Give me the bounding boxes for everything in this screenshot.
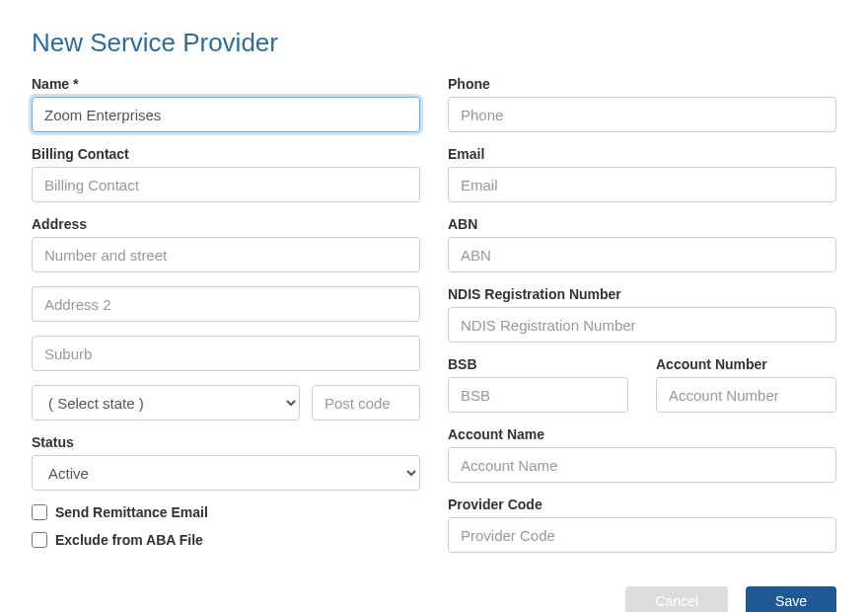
address-label: Address [32, 216, 420, 232]
provider-code-field[interactable] [448, 517, 836, 553]
save-button[interactable]: Save [746, 586, 836, 612]
address-line2-field[interactable] [32, 286, 420, 322]
page-title: New Service Provider [32, 28, 836, 58]
form-columns: Name * Billing Contact Address ( Select … [32, 76, 836, 612]
email-label: Email [448, 146, 836, 162]
form-footer: Cancel Save [448, 586, 836, 612]
postcode-field[interactable] [312, 385, 420, 421]
ndis-label: NDIS Registration Number [448, 286, 836, 302]
account-number-field[interactable] [656, 377, 836, 413]
left-column: Name * Billing Contact Address ( Select … [32, 76, 420, 612]
phone-field[interactable] [448, 97, 836, 132]
account-name-label: Account Name [448, 426, 836, 442]
billing-contact-field[interactable] [32, 167, 420, 202]
status-label: Status [32, 434, 420, 450]
send-remittance-label: Send Remittance Email [55, 504, 208, 520]
ndis-field[interactable] [448, 307, 836, 343]
provider-code-label: Provider Code [448, 497, 836, 512]
cancel-button[interactable]: Cancel [625, 586, 728, 612]
billing-contact-label: Billing Contact [32, 146, 420, 162]
address-line1-field[interactable] [32, 237, 420, 272]
email-field[interactable] [448, 167, 836, 202]
right-column: Phone Email ABN NDIS Registration Number… [448, 76, 836, 612]
exclude-aba-checkbox[interactable] [32, 532, 47, 548]
exclude-aba-label: Exclude from ABA File [55, 532, 203, 548]
bsb-label: BSB [448, 356, 628, 372]
bsb-field[interactable] [448, 377, 628, 413]
phone-label: Phone [448, 76, 836, 92]
account-name-field[interactable] [448, 447, 836, 483]
name-field[interactable] [32, 97, 420, 132]
account-number-label: Account Number [656, 356, 836, 372]
name-label: Name * [32, 76, 420, 92]
send-remittance-checkbox[interactable] [32, 504, 47, 520]
suburb-field[interactable] [32, 336, 420, 371]
state-select[interactable]: ( Select state ) [32, 385, 300, 421]
status-select[interactable]: Active [32, 455, 420, 491]
abn-label: ABN [448, 216, 836, 232]
abn-field[interactable] [448, 237, 836, 272]
